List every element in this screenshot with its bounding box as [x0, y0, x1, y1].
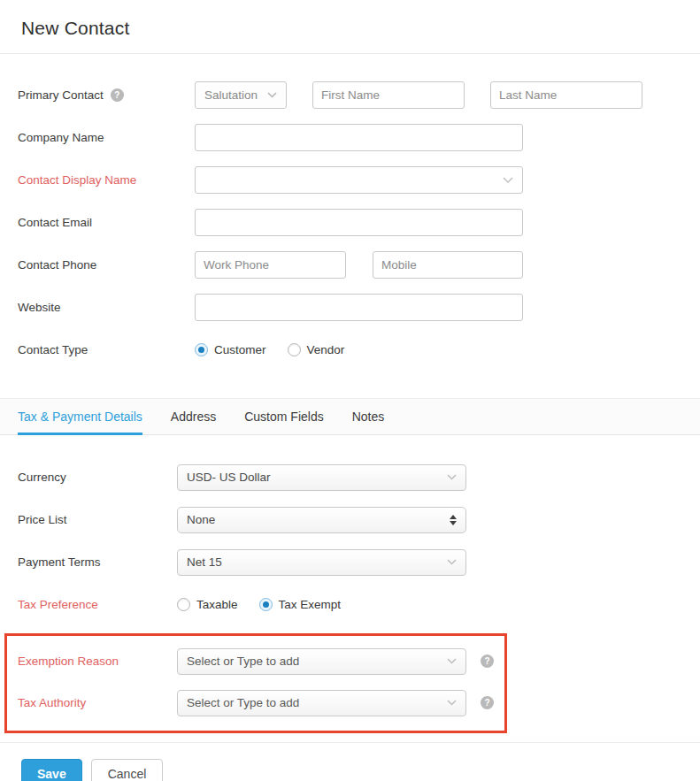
- help-icon[interactable]: ?: [481, 696, 494, 709]
- page-header: New Contact: [0, 0, 700, 54]
- exemption-reason-row: Exemption Reason Select or Type to add ?: [18, 647, 504, 675]
- chevron-down-icon: [447, 658, 457, 664]
- last-name-input[interactable]: [490, 81, 642, 109]
- tax-preference-label: Tax Preference: [18, 598, 177, 611]
- tab-address[interactable]: Address: [171, 399, 216, 434]
- radio-selected-icon[interactable]: [195, 343, 208, 356]
- mobile-input[interactable]: [373, 251, 523, 279]
- chevron-down-icon: [503, 177, 513, 184]
- exemption-reason-label: Exemption Reason: [18, 655, 177, 668]
- cancel-button[interactable]: Cancel: [91, 759, 164, 781]
- tax-payment-details-panel: Currency USD- US Dollar Price List None: [0, 435, 700, 733]
- tax-authority-dropdown[interactable]: Select or Type to add: [177, 690, 466, 716]
- contact-email-input[interactable]: [195, 209, 523, 236]
- price-list-label: Price List: [18, 513, 177, 526]
- radio-label: Taxable: [196, 598, 238, 611]
- contact-display-name-dropdown[interactable]: [195, 166, 523, 194]
- tax-authority-label: Tax Authority: [18, 696, 177, 709]
- taxable-radio[interactable]: Taxable: [177, 598, 238, 611]
- contact-form: Primary Contact ? Salutation Company Nam…: [0, 54, 700, 364]
- payment-terms-dropdown[interactable]: Net 15: [177, 549, 466, 576]
- tab-tax-payment-details[interactable]: Tax & Payment Details: [18, 399, 142, 434]
- radio-unselected-icon[interactable]: [177, 598, 190, 611]
- select-stepper-icon: [450, 515, 457, 525]
- new-contact-page: New Contact Primary Contact ? Salutation…: [0, 0, 700, 781]
- website-row: Website: [18, 294, 700, 321]
- contact-type-label: Contact Type: [18, 343, 195, 356]
- radio-unselected-icon[interactable]: [288, 343, 301, 356]
- first-name-input[interactable]: [312, 81, 465, 109]
- contact-display-name-row: Contact Display Name: [18, 166, 700, 194]
- company-name-input[interactable]: [195, 124, 523, 151]
- payment-terms-row: Payment Terms Net 15: [18, 548, 700, 576]
- chevron-down-icon: [447, 559, 457, 565]
- chevron-down-icon: [267, 92, 277, 98]
- contact-phone-row: Contact Phone: [18, 251, 700, 279]
- annotation-highlight-box: Exemption Reason Select or Type to add ?…: [4, 633, 507, 733]
- website-input[interactable]: [195, 294, 523, 321]
- contact-type-row: Contact Type Customer Vendor: [18, 336, 700, 364]
- salutation-dropdown[interactable]: Salutation: [195, 81, 287, 109]
- payment-terms-label: Payment Terms: [18, 555, 177, 569]
- price-list-select[interactable]: None: [177, 507, 466, 533]
- radio-selected-icon[interactable]: [259, 598, 273, 611]
- price-list-row: Price List None: [18, 506, 700, 533]
- page-title: New Contact: [21, 18, 700, 39]
- primary-contact-label: Primary Contact ?: [18, 88, 195, 102]
- help-icon[interactable]: ?: [481, 655, 494, 668]
- contact-type-vendor-radio[interactable]: Vendor: [288, 343, 345, 356]
- tax-preference-row: Tax Preference Taxable Tax Exempt: [18, 591, 700, 618]
- payment-terms-value: Net 15: [187, 555, 222, 569]
- help-icon[interactable]: ?: [111, 88, 124, 102]
- tab-custom-fields[interactable]: Custom Fields: [244, 399, 323, 434]
- contact-type-customer-radio[interactable]: Customer: [195, 343, 266, 356]
- exemption-reason-dropdown[interactable]: Select or Type to add: [177, 648, 466, 675]
- contact-email-row: Contact Email: [18, 209, 700, 236]
- tax-authority-row: Tax Authority Select or Type to add ?: [18, 689, 504, 716]
- contact-display-name-label: Contact Display Name: [18, 173, 195, 187]
- tab-notes[interactable]: Notes: [352, 399, 385, 434]
- primary-contact-row: Primary Contact ? Salutation: [18, 81, 700, 109]
- exemption-reason-placeholder: Select or Type to add: [187, 655, 299, 668]
- salutation-value: Salutation: [204, 88, 258, 102]
- currency-value: USD- US Dollar: [187, 471, 271, 484]
- section-tabbar: Tax & Payment Details Address Custom Fie…: [0, 398, 700, 435]
- radio-label: Tax Exempt: [279, 598, 342, 611]
- save-button[interactable]: Save: [21, 759, 82, 781]
- work-phone-input[interactable]: [195, 251, 346, 279]
- chevron-down-icon: [447, 474, 457, 480]
- chevron-down-icon: [447, 700, 457, 706]
- radio-label: Vendor: [307, 343, 345, 356]
- contact-email-label: Contact Email: [18, 216, 195, 229]
- radio-label: Customer: [214, 343, 266, 356]
- tax-authority-placeholder: Select or Type to add: [187, 696, 299, 709]
- company-name-row: Company Name: [18, 124, 700, 151]
- form-footer: Save Cancel: [0, 742, 700, 781]
- currency-dropdown[interactable]: USD- US Dollar: [177, 464, 466, 491]
- currency-row: Currency USD- US Dollar: [18, 463, 700, 491]
- tax-exempt-radio[interactable]: Tax Exempt: [259, 598, 342, 611]
- price-list-value: None: [187, 513, 215, 526]
- contact-phone-label: Contact Phone: [18, 258, 195, 272]
- company-name-label: Company Name: [18, 131, 195, 144]
- currency-label: Currency: [18, 471, 177, 484]
- website-label: Website: [18, 301, 195, 314]
